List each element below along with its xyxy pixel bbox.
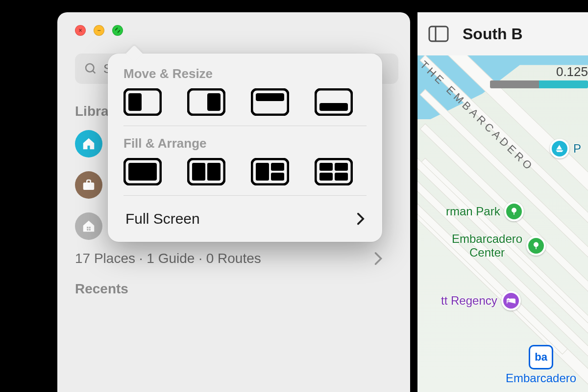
map-scale-value: 0.125 [556, 64, 588, 79]
minimize-button[interactable]: − [94, 25, 104, 36]
svg-rect-8 [128, 93, 142, 111]
briefcase-icon [81, 178, 96, 192]
window-tiling-popover: Move & Resize Fill & Arrange Full Screen [108, 53, 382, 242]
tile-fill-icon[interactable] [123, 158, 162, 185]
fullscreen-icon [115, 27, 121, 33]
svg-rect-5 [87, 229, 88, 231]
toolbar-title: South B [463, 25, 523, 43]
tile-right-half-icon[interactable] [187, 88, 225, 116]
svg-point-0 [86, 64, 94, 72]
move-resize-heading: Move & Resize [123, 66, 367, 81]
tile-bottom-half-icon[interactable] [315, 88, 353, 116]
svg-rect-34 [536, 246, 537, 249]
svg-rect-6 [89, 229, 91, 231]
svg-rect-13 [316, 89, 352, 115]
tile-four-up-icon[interactable] [315, 158, 353, 185]
svg-rect-14 [319, 103, 348, 111]
svg-rect-24 [316, 159, 352, 184]
chevron-right-icon [357, 212, 365, 225]
svg-rect-26 [335, 163, 348, 171]
poi-bart[interactable]: ba Embarcadero [506, 345, 576, 385]
svg-rect-32 [514, 212, 514, 215]
poi-embarcadero-center[interactable]: Embarcadero Center [452, 232, 546, 260]
svg-rect-21 [256, 163, 269, 181]
poi-sail[interactable]: P [550, 139, 581, 158]
pin-other[interactable] [75, 212, 102, 240]
full-screen-item[interactable]: Full Screen [123, 206, 367, 236]
fill-arrange-heading: Fill & Arrange [123, 136, 367, 151]
tile-three-up-icon[interactable] [251, 158, 289, 185]
svg-rect-27 [319, 173, 333, 181]
svg-rect-12 [256, 93, 284, 101]
house-icon [81, 136, 96, 151]
svg-rect-11 [252, 89, 288, 115]
poi-park[interactable]: rman Park [446, 202, 524, 221]
svg-rect-25 [319, 163, 333, 171]
divider [123, 126, 367, 126]
chevron-right-icon [374, 252, 383, 265]
search-icon [84, 62, 98, 76]
traffic-lights: × − [75, 25, 392, 36]
map-canvas[interactable]: THE EMBARCADERO 0.125 P rman Park Embarc… [417, 55, 588, 392]
poi-regency[interactable]: tt Regency [441, 291, 521, 311]
svg-line-1 [93, 71, 95, 73]
full-screen-label: Full Screen [125, 210, 200, 227]
move-resize-row [123, 88, 367, 116]
poi-regency-label: tt Regency [441, 294, 497, 308]
poi-park-label: rman Park [446, 205, 500, 218]
tree-icon [531, 241, 541, 251]
tile-left-half-icon[interactable] [123, 88, 162, 116]
svg-rect-29 [429, 26, 448, 41]
svg-rect-2 [83, 183, 95, 190]
library-summary-row[interactable]: 17 Places · 1 Guide · 0 Routes [75, 251, 392, 266]
svg-rect-4 [89, 227, 91, 228]
pin-work[interactable] [75, 171, 102, 199]
close-button[interactable]: × [75, 25, 86, 36]
bed-icon [506, 295, 516, 306]
svg-rect-3 [87, 227, 88, 228]
svg-rect-28 [335, 173, 348, 181]
sailboat-icon [555, 144, 564, 154]
toolbar: South B [417, 12, 588, 55]
tile-top-half-icon[interactable] [251, 88, 289, 116]
fill-arrange-row [123, 158, 367, 185]
svg-rect-16 [128, 163, 157, 181]
sidebar-toggle-icon[interactable] [428, 26, 449, 42]
pin-home[interactable] [75, 130, 102, 157]
poi-bart-label: Embarcadero [506, 371, 576, 385]
divider [123, 195, 367, 196]
map-scale-bar [490, 80, 588, 88]
svg-rect-23 [271, 173, 284, 181]
poi-sail-label: P [573, 142, 581, 156]
svg-rect-18 [192, 163, 205, 181]
svg-rect-19 [207, 163, 220, 181]
library-summary-text: 17 Places · 1 Guide · 0 Routes [75, 251, 261, 266]
svg-rect-10 [207, 93, 220, 111]
map-scale: 0.125 [490, 64, 588, 88]
zoom-button[interactable] [112, 25, 123, 36]
tile-two-col-icon[interactable] [187, 158, 225, 185]
house-alt-icon [81, 219, 96, 234]
bart-badge: ba [529, 345, 553, 369]
svg-rect-22 [271, 163, 284, 171]
tree-icon [509, 207, 519, 216]
poi-embarcadero-center-label: Embarcadero Center [452, 232, 522, 260]
recents-heading: Recents [75, 281, 392, 297]
